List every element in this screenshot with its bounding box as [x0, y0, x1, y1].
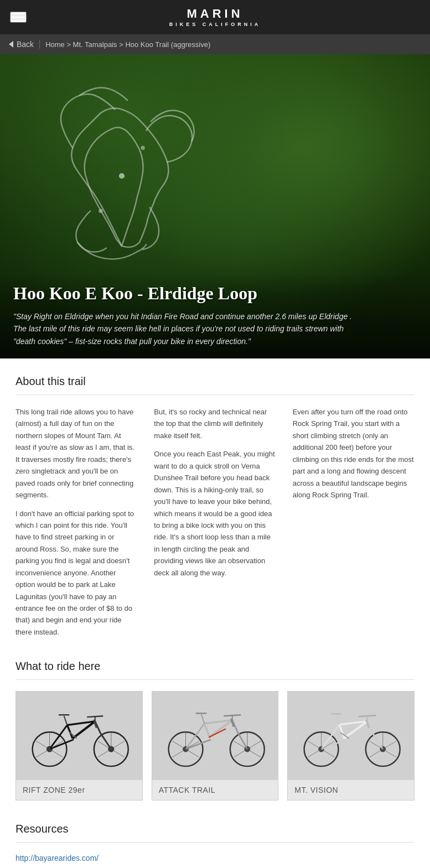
attack-trail-bike-svg: [162, 698, 269, 773]
about-col2-p2: Once you reach East Peak, you might want…: [154, 448, 276, 579]
bikes-grid: RIFT ZONE 29er: [15, 691, 415, 801]
breadcrumb-path: Home > Mt. Tamalpais > Hoo Koo Trail (ag…: [45, 40, 210, 49]
svg-point-1: [99, 209, 103, 214]
hero-quote: "Stay Right on Eldridge when you hit Ind…: [13, 310, 367, 347]
logo-sub: BIKES CALIFORNIA: [169, 22, 261, 28]
svg-point-0: [119, 173, 125, 179]
hero-title: Hoo Koo E Koo - Elrdidge Loop: [13, 283, 417, 304]
resources-section: Resources http://bayarearides.com/ http:…: [15, 823, 415, 868]
svg-line-11: [68, 725, 73, 739]
bike-label-mt-vision: MT. VISION: [288, 780, 414, 800]
bikes-section: What to ride here: [15, 660, 415, 801]
back-arrow-icon: [9, 41, 13, 48]
main-content: About this trail This long trail ride al…: [0, 358, 430, 868]
bike-card-rift-zone[interactable]: RIFT ZONE 29er: [15, 691, 143, 801]
bikes-section-title: What to ride here: [15, 660, 415, 680]
resources-section-title: Resources: [15, 823, 415, 843]
about-columns: This long trail ride allows you to have …: [15, 406, 415, 638]
svg-line-57: [340, 725, 345, 739]
back-button[interactable]: Back: [9, 40, 40, 49]
bike-label-rift-zone: RIFT ZONE 29er: [16, 780, 142, 800]
about-section: About this trail This long trail ride al…: [15, 375, 415, 638]
header: MARIN BIKES CALIFORNIA: [0, 0, 430, 34]
about-section-title: About this trail: [15, 375, 415, 395]
logo-main: MARIN: [169, 7, 261, 21]
hero-overlay: Hoo Koo E Koo - Elrdidge Loop "Stay Righ…: [0, 272, 430, 358]
breadcrumb: Back Home > Mt. Tamalpais > Hoo Koo Trai…: [0, 34, 430, 54]
svg-line-36: [237, 732, 247, 750]
svg-line-13: [101, 733, 111, 749]
hero-section: Hoo Koo E Koo - Elrdidge Loop "Stay Righ…: [0, 54, 430, 358]
menu-button[interactable]: [10, 12, 27, 23]
mt-vision-bike-svg: [297, 698, 405, 773]
about-col-1: This long trail ride allows you to have …: [15, 406, 137, 638]
back-label: Back: [17, 40, 34, 49]
bike-card-attack-trail[interactable]: ATTACK TRAIL: [152, 691, 279, 801]
bike-image-attack-trail: [152, 692, 278, 780]
svg-line-17: [64, 716, 68, 725]
about-col-2: But, it's so rocky and technical near th…: [154, 406, 276, 638]
resource-link-1[interactable]: http://bayarearides.com/: [15, 854, 415, 862]
bike-image-mt-vision: [288, 692, 414, 780]
about-col1-p1: This long trail ride allows you to have …: [15, 406, 137, 501]
bike-label-attack-trail: ATTACK TRAIL: [152, 780, 278, 800]
about-col3-p1: Even after you turn off the road onto Ro…: [293, 406, 415, 501]
svg-line-63: [336, 715, 340, 725]
bike-image-rift-zone: [16, 692, 142, 780]
about-col-3: Even after you turn off the road onto Ro…: [293, 406, 415, 638]
about-col2-p1: But, it's so rocky and technical near th…: [154, 406, 276, 441]
bike-card-mt-vision[interactable]: MT. VISION: [287, 691, 415, 801]
svg-line-40: [201, 715, 204, 724]
trail-map-overlay: [17, 71, 227, 281]
svg-line-59: [373, 733, 383, 749]
svg-line-34: [204, 724, 210, 737]
svg-point-2: [141, 146, 145, 150]
logo: MARIN BIKES CALIFORNIA: [169, 7, 261, 27]
about-col1-p2: I don't have an official parking spot to…: [15, 508, 137, 638]
rift-zone-bike-svg: [25, 698, 133, 773]
